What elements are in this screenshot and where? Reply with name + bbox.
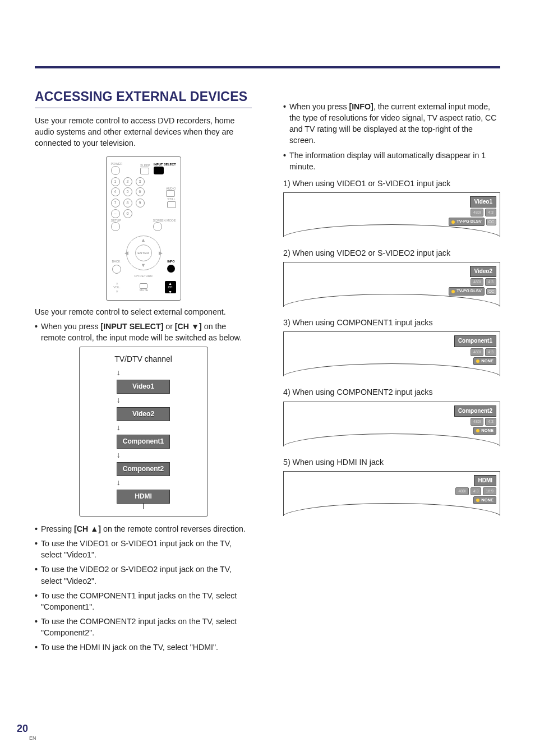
flow-arrow-icon: ↓ [117,395,170,406]
bold-input-select: [INPUT SELECT] [100,322,163,331]
input-flow-diagram: TV/DTV channel ↓Video1↓Video2↓Component1… [79,347,208,516]
info-heading: 5) When using HDMI IN jack [283,457,500,468]
osd-chip-row: 480i4:3 [471,278,496,286]
numpad-key: 1 [111,177,120,186]
osd-overlay: Video2480i4:3TV-PG DLSVCC [449,266,496,296]
osd-rating-chip: NONE [473,427,496,435]
flow-arrow-icon: ↓ [117,422,170,434]
flow-item: Component2 [117,462,170,476]
dpad-right-icon: ▶ [159,250,163,257]
list-item: To use the COMPONENT2 input jacks on the… [35,616,252,638]
osd-overlay: Video1480i4:3TV-PG DLSVCC [449,196,496,226]
info-heading: 2) When using VIDEO2 or S-VIDEO2 input j… [283,247,500,259]
osd-chip: 480i [471,278,483,286]
osd-chip: 480i [471,348,483,356]
osd-overlay: Component2480i4:3NONE [454,405,496,435]
info-item: 3) When using COMPONENT1 input jacksComp… [283,317,500,376]
numpad-key: 8 [123,199,132,208]
audio-button-icon [166,190,175,197]
osd-overlay: HDMI480i4:316:9NONE [455,475,496,505]
list-item: When you press [INFO], the current exter… [283,101,500,146]
dpad-up-icon: ▲ [141,237,146,244]
rating-dot-icon [451,220,455,224]
page-number: 20 [17,723,28,735]
label-still: STILL [167,198,176,201]
osd-title: Component1 [454,335,496,347]
list-item: To use the COMPONENT1 input jacks on the… [35,590,252,612]
numpad-key: 4 [111,187,120,196]
info-button-icon [167,265,175,273]
rating-dot-icon [476,499,479,502]
intro-text: Use your remote control to access DVD re… [35,115,252,149]
flow-item: HDMI [117,490,170,504]
osd-title: Component2 [454,405,496,417]
back-button-icon [112,265,121,274]
label-setup: SETUP [111,219,121,223]
numpad-key: 0 [123,209,132,218]
flow-arrow-icon: ↓ [117,367,170,379]
rating-dot-icon [476,429,479,432]
info-item: 2) When using VIDEO2 or S-VIDEO2 input j… [283,247,500,307]
osd-chip: 4:3 [485,209,496,216]
osd-rating-row: TV-PG DLSVCC [449,218,496,226]
osd-title: Video2 [470,266,496,277]
label-ch: CH [168,285,173,290]
input-select-button-icon [154,167,164,174]
right-top-bullets: When you press [INFO], the current exter… [283,101,500,172]
list-item: Pressing [CH ▲] on the remote control re… [35,523,252,534]
label-audio: AUDIO [166,187,176,191]
ch-rocker-icon: ▲ CH ▼ [165,281,176,293]
osd-chip: 4:3 [471,487,482,495]
info-screen: HDMI480i4:316:9NONE [283,471,500,516]
info-heading: 4) When using COMPONENT2 input jacks [283,386,500,398]
left-bullet-list: Pressing [CH ▲] on the remote control re… [35,523,252,653]
bullet-input-select: When you press [INPUT SELECT] or [CH ▼] … [35,321,252,343]
osd-cc-chip: CC [486,288,496,295]
dpad-left-icon: ◀ [124,250,128,257]
remote-diagram: POWER SLEEP INPUT SELECT [106,156,181,301]
rating-dot-icon [476,359,479,363]
info-screen: Video2480i4:3TV-PG DLSVCC [283,262,500,307]
osd-chip: 4:3 [485,418,496,426]
info-item: 1) When using VIDEO1 or S-VIDEO1 input j… [283,178,500,237]
numpad-key: 3 [136,177,145,186]
left-column: ACCESSING EXTERNAL DEVICES Use your remo… [35,87,252,656]
flow-arrow-icon: ↓ [117,450,170,461]
setup-button-icon [111,222,120,231]
flow-item: Component1 [117,435,170,449]
enter-button-icon: ENTER [135,245,152,261]
numpad: 123456AUDIO789STILL–0 [111,177,176,218]
osd-chip: 480i [471,209,483,216]
flow-item: Video2 [117,407,170,421]
osd-overlay: Component1480i4:3NONE [454,335,496,365]
screen-mode-button-icon [153,222,162,231]
list-item: To use the HDMI IN jack on the TV, selec… [35,642,252,653]
bold-ch-down: [CH ▼] [175,322,202,331]
osd-chip: 480i [455,487,468,495]
flow-item: Video1 [117,380,170,394]
numpad-key: – [111,209,120,218]
osd-rating-row: NONE [473,427,496,435]
info-screen: Component1480i4:3NONE [283,331,500,376]
still-button-icon [167,201,176,208]
osd-rating-row: TV-PG DLSVCC [449,287,496,296]
osd-rating-chip: NONE [473,357,496,366]
osd-rating-chip: NONE [473,496,496,505]
info-item: 5) When using HDMI IN jackHDMI480i4:316:… [283,457,500,516]
label-screen-mode: SCREEN MODE [153,219,176,223]
numpad-key: 7 [111,199,120,208]
osd-chip-row: 480i4:316:9 [455,487,496,495]
vol-rocker-icon: ▵ VOL. ▿ [111,280,123,294]
info-item: 4) When using COMPONENT2 input jacksComp… [283,386,500,446]
numpad-key: 2 [123,177,132,186]
osd-title: Video1 [470,196,496,208]
text: or [163,322,175,331]
page-lang: EN [29,735,36,741]
osd-chip-row: 480i4:3 [471,209,496,216]
osd-chip-row: 480i4:3 [471,348,496,356]
osd-title: HDMI [474,475,496,486]
osd-rating-chip: TV-PG DLSV [449,287,485,296]
info-heading: 3) When using COMPONENT1 input jacks [283,317,500,328]
sleep-button-icon [140,168,149,174]
label-info: INFO [167,260,174,264]
